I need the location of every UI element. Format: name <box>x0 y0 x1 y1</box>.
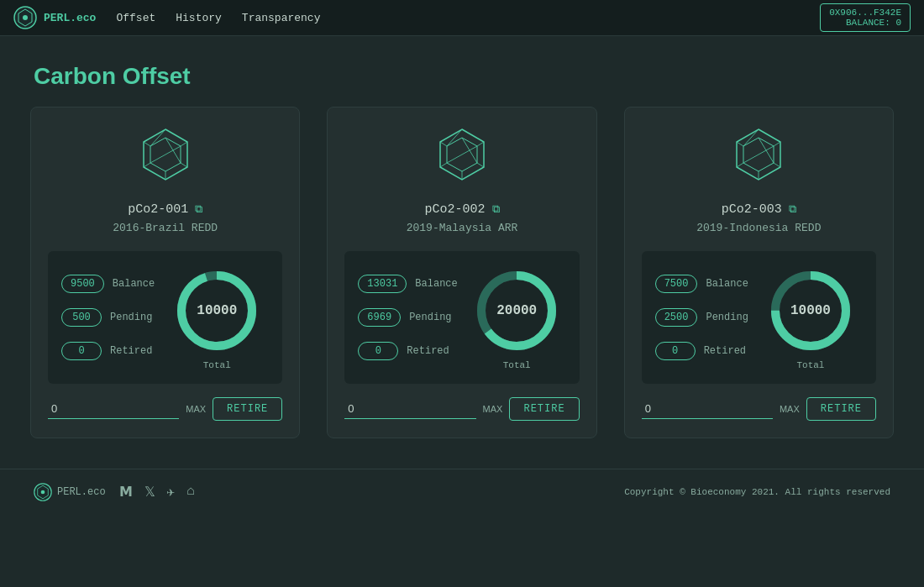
navbar: PERL.eco Offset History Transparency 0X9… <box>0 0 924 36</box>
balance-label-2: Balance <box>415 278 457 290</box>
svg-line-10 <box>144 142 150 146</box>
svg-line-18 <box>447 129 462 146</box>
retire-row-1: MAX RETIRE <box>48 397 282 421</box>
external-link-icon-3[interactable]: ⧉ <box>789 203 796 216</box>
footer-left: PERL.eco 𝗠 𝕏 ✈ ⌂ <box>34 483 195 501</box>
retired-label-2: Retired <box>407 345 449 357</box>
footer-logo-icon <box>34 483 52 501</box>
logo-text: PERL.eco <box>44 12 96 24</box>
svg-line-5 <box>150 129 165 146</box>
page-title: Carbon Offset <box>34 63 890 90</box>
stats-labels-1: 9500 Balance 500 Pending 0 Retired <box>61 275 155 360</box>
token-desc-3: 2019-Indonesia REDD <box>642 222 876 234</box>
balance-label-3: Balance <box>706 278 748 290</box>
stats-section-1: 9500 Balance 500 Pending 0 Retired <box>48 251 282 384</box>
stat-row-retired-3: 0 Retired <box>655 342 748 360</box>
donut-area-1: 10000 Total <box>165 265 269 370</box>
footer-icons: 𝗠 𝕏 ✈ ⌂ <box>119 484 195 501</box>
hex-icon-3 <box>728 124 789 189</box>
retire-button-1[interactable]: RETIRE <box>213 397 282 421</box>
stat-row-balance-3: 7500 Balance <box>655 275 748 293</box>
retire-button-2[interactable]: RETIRE <box>509 397 579 421</box>
balance-badge-1: 9500 <box>61 275 104 293</box>
svg-line-12 <box>150 146 181 163</box>
svg-line-23 <box>440 142 447 146</box>
hex-icon-2 <box>432 124 492 189</box>
donut-center-2: 20000 <box>496 303 537 318</box>
retire-row-3: MAX RETIRE <box>642 397 876 421</box>
svg-line-9 <box>144 163 150 167</box>
footer: PERL.eco 𝗠 𝕏 ✈ ⌂ Copyright © Bioeconomy … <box>0 469 924 515</box>
retire-input-1[interactable] <box>48 399 179 419</box>
balance-badge-3: 7500 <box>655 275 698 293</box>
wallet-badge[interactable]: 0X906...F342E BALANCE: 0 <box>820 3 911 32</box>
svg-line-20 <box>477 163 484 167</box>
donut-label-2: Total <box>503 360 531 370</box>
svg-line-31 <box>743 129 759 146</box>
max-button-2[interactable]: MAX <box>483 404 503 414</box>
balance-label-1: Balance <box>113 278 155 290</box>
footer-logo: PERL.eco <box>34 483 106 501</box>
stat-row-balance-1: 9500 Balance <box>61 275 155 293</box>
donut-area-3: 10000 Total <box>759 265 863 370</box>
nav-offset[interactable]: Offset <box>116 12 155 24</box>
wallet-balance: BALANCE: 0 <box>829 18 901 28</box>
external-link-icon-1[interactable]: ⧉ <box>195 203 202 216</box>
max-button-1[interactable]: MAX <box>186 404 206 414</box>
svg-line-6 <box>181 142 187 146</box>
telegram-icon[interactable]: ✈ <box>167 484 176 501</box>
donut-label-1: Total <box>203 360 231 370</box>
github-icon[interactable]: ⌂ <box>186 484 195 501</box>
stat-row-pending-1: 500 Pending <box>61 308 155 327</box>
card-pco2-002: pCo2-002 ⧉ 2019-Malaysia ARR 13031 Balan… <box>327 107 596 438</box>
stats-section-3: 7500 Balance 2500 Pending 0 Retired <box>642 251 876 384</box>
token-name-3: pCo2-003 <box>722 202 782 217</box>
logo-icon <box>13 6 37 29</box>
stat-row-retired-2: 0 Retired <box>358 342 457 360</box>
token-icon-area-1 <box>48 124 282 189</box>
svg-line-32 <box>774 142 780 146</box>
external-link-icon-2[interactable]: ⧉ <box>492 203 500 216</box>
retire-button-3[interactable]: RETIRE <box>806 397 876 421</box>
stat-row-balance-2: 13031 Balance <box>358 275 457 293</box>
retired-label-1: Retired <box>110 345 152 357</box>
svg-line-35 <box>737 163 743 167</box>
retire-input-2[interactable] <box>344 399 475 419</box>
stats-labels-3: 7500 Balance 2500 Pending 0 Retired <box>655 275 748 360</box>
retire-row-2: MAX RETIRE <box>344 397 579 421</box>
pending-label-3: Pending <box>706 312 748 323</box>
retired-badge-3: 0 <box>655 342 696 360</box>
token-icon-area-3 <box>642 124 876 189</box>
svg-line-25 <box>447 146 477 163</box>
stats-section-2: 13031 Balance 6969 Pending 0 Retired <box>344 251 579 384</box>
donut-center-1: 10000 <box>197 303 237 318</box>
retire-input-3[interactable] <box>642 399 773 419</box>
donut-chart-1: 10000 <box>171 265 263 357</box>
nav-links: Offset History Transparency <box>116 12 820 24</box>
card-pco2-003: pCo2-003 ⧉ 2019-Indonesia REDD 7500 Bala… <box>624 107 894 438</box>
svg-line-33 <box>774 163 780 167</box>
stats-labels-2: 13031 Balance 6969 Pending 0 Retired <box>358 275 457 360</box>
cards-grid: pCo2-001 ⧉ 2016-Brazil REDD 9500 Balance… <box>0 107 924 452</box>
hex-icon-1 <box>135 124 196 189</box>
token-desc-1: 2016-Brazil REDD <box>48 222 282 234</box>
stat-row-retired-1: 0 Retired <box>61 342 155 360</box>
nav-transparency[interactable]: Transparency <box>242 12 321 24</box>
token-desc-2: 2019-Malaysia ARR <box>344 222 579 234</box>
retired-label-3: Retired <box>704 345 746 357</box>
wallet-address: 0X906...F342E <box>829 8 901 18</box>
logo: PERL.eco <box>13 6 96 29</box>
donut-area-2: 20000 Total <box>468 265 566 370</box>
donut-chart-2: 20000 <box>470 265 563 357</box>
twitter-icon[interactable]: 𝕏 <box>144 484 155 501</box>
medium-icon[interactable]: 𝗠 <box>119 484 133 501</box>
donut-chart-3: 10000 <box>764 265 857 357</box>
donut-label-3: Total <box>796 360 824 370</box>
retired-badge-1: 0 <box>61 342 102 360</box>
nav-history[interactable]: History <box>176 12 222 24</box>
token-name-row-1: pCo2-001 ⧉ <box>48 202 282 217</box>
svg-line-22 <box>440 163 447 167</box>
retired-badge-2: 0 <box>358 342 398 360</box>
token-name-2: pCo2-002 <box>424 202 485 217</box>
max-button-3[interactable]: MAX <box>780 404 800 414</box>
